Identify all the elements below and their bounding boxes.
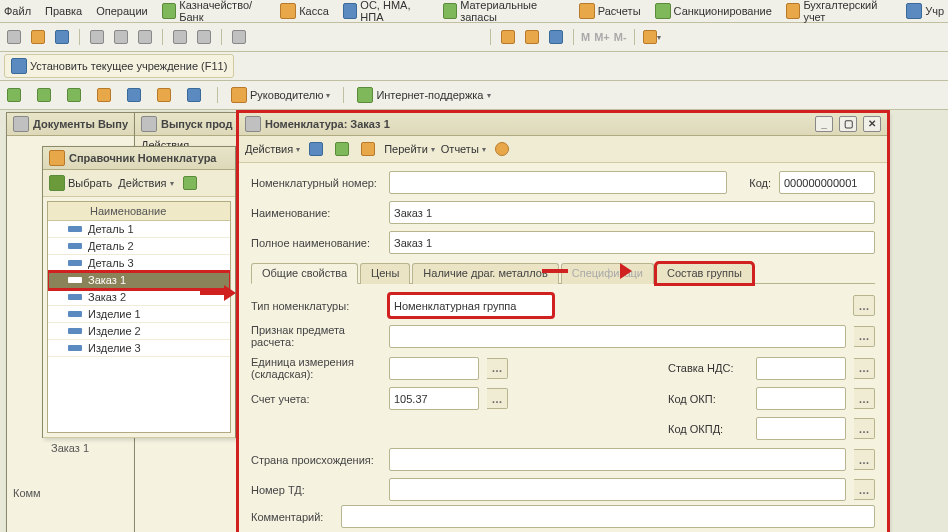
td-picker-button[interactable]: … [854, 479, 875, 500]
ref-list-header: Наименование [48, 202, 230, 221]
unit-picker-button[interactable]: … [487, 358, 508, 379]
item-bullet-icon [68, 243, 82, 249]
menu-file[interactable]: Файл [4, 5, 31, 17]
tb-tools-icon[interactable]: ▾ [642, 27, 662, 47]
list-item[interactable]: Изделие 2 [48, 323, 230, 340]
input-unit[interactable] [389, 357, 479, 380]
okp-picker-button[interactable]: … [854, 388, 875, 409]
list-item-label: Деталь 1 [88, 223, 134, 235]
window-ref: Справочник Номенклатура Выбрать Действия… [42, 146, 236, 438]
tl-2[interactable] [34, 85, 54, 105]
input-code[interactable]: 000000000001 [779, 171, 875, 194]
toolbar-inst: Установить текущее учреждение (F11) [0, 52, 948, 81]
close-button[interactable]: ✕ [863, 116, 881, 132]
nom-save-icon[interactable] [306, 139, 326, 159]
list-item[interactable]: Заказ 2 [48, 289, 230, 306]
tb-copy-icon[interactable] [111, 27, 131, 47]
input-country[interactable] [389, 448, 846, 471]
list-item-label: Изделие 3 [88, 342, 141, 354]
tl-3[interactable] [64, 85, 84, 105]
tl-7[interactable] [184, 85, 204, 105]
tb-help-icon[interactable] [546, 27, 566, 47]
ref-select[interactable]: Выбрать [49, 175, 112, 191]
window-nom-title: Номенклатура: Заказ 1 [265, 118, 390, 130]
menu-os[interactable]: ОС, НМА, НПА [343, 0, 429, 23]
input-okpd[interactable] [756, 417, 846, 440]
nom-help-icon[interactable] [492, 139, 512, 159]
item-bullet-icon [68, 260, 82, 266]
ref-actions[interactable]: Действия▾ [118, 177, 173, 189]
tab-3[interactable]: Спецификаци [561, 263, 654, 284]
input-type[interactable]: Номенклатурная группа [389, 294, 553, 317]
menu-ops[interactable]: Операции [96, 5, 147, 17]
check-icon [49, 175, 65, 191]
left-cut-label: Комм [13, 487, 41, 499]
nom-reports[interactable]: Отчеты▾ [441, 143, 486, 155]
nom-actions[interactable]: Действия▾ [245, 143, 300, 155]
country-picker-button[interactable]: … [854, 449, 875, 470]
tb-redo-icon[interactable] [194, 27, 214, 47]
calcsign-picker-button[interactable]: … [854, 326, 875, 347]
input-name[interactable]: Заказ 1 [389, 201, 875, 224]
tb-find-icon[interactable] [229, 27, 249, 47]
toolbar-links: Руководителю▾ Интернет-поддержка▾ [0, 81, 948, 110]
tab-4[interactable]: Состав группы [656, 263, 753, 284]
input-comment[interactable] [341, 505, 875, 528]
tb-undo-icon[interactable] [170, 27, 190, 47]
tab-0[interactable]: Общие свойства [251, 263, 358, 284]
tab-2[interactable]: Наличие драг. металлов [412, 263, 558, 284]
list-item[interactable]: Заказ 1 [48, 272, 230, 289]
input-td[interactable] [389, 478, 846, 501]
input-vat[interactable] [756, 357, 846, 380]
menu-cash[interactable]: Касса [280, 3, 329, 19]
tl-6[interactable] [154, 85, 174, 105]
acct-picker-button[interactable]: … [487, 388, 508, 409]
menu-edit[interactable]: Правка [45, 5, 82, 17]
list-item[interactable]: Деталь 3 [48, 255, 230, 272]
menu-sanction[interactable]: Санкционирование [655, 3, 772, 19]
tab-1[interactable]: Цены [360, 263, 410, 284]
tb-new-icon[interactable] [4, 27, 24, 47]
input-calcsign[interactable] [389, 325, 846, 348]
lead-dropdown[interactable]: Руководителю▾ [231, 87, 330, 103]
menu-acct[interactable]: Бухгалтерский учет [786, 0, 892, 23]
item-bullet-icon [68, 328, 82, 334]
nom-nav-icon[interactable] [358, 139, 378, 159]
tb-paste-icon[interactable] [135, 27, 155, 47]
tb-calc-icon[interactable] [498, 27, 518, 47]
list-item[interactable]: Изделие 1 [48, 306, 230, 323]
tb-date-icon[interactable] [522, 27, 542, 47]
vat-picker-button[interactable]: … [854, 358, 875, 379]
tb-open-icon[interactable] [28, 27, 48, 47]
nom-form: Номенклатурный номер: Код: 000000000001 … [239, 163, 887, 516]
set-institution-button[interactable]: Установить текущее учреждение (F11) [4, 54, 234, 78]
tb-cut-icon[interactable] [87, 27, 107, 47]
list-item[interactable]: Деталь 2 [48, 238, 230, 255]
nom-reread-icon[interactable] [332, 139, 352, 159]
list-item-label: Изделие 1 [88, 308, 141, 320]
input-num[interactable] [389, 171, 727, 194]
support-dropdown[interactable]: Интернет-поддержка▾ [357, 87, 490, 103]
tl-1[interactable] [4, 85, 24, 105]
minimize-button[interactable]: _ [815, 116, 833, 132]
list-item[interactable]: Деталь 1 [48, 221, 230, 238]
menu-stock[interactable]: Материальные запасы [443, 0, 565, 23]
tb-save-icon[interactable] [52, 27, 72, 47]
input-acct[interactable]: 105.37 [389, 387, 479, 410]
input-fullname[interactable]: Заказ 1 [389, 231, 875, 254]
maximize-button[interactable]: ▢ [839, 116, 857, 132]
okpd-picker-button[interactable]: … [854, 418, 875, 439]
ref-add-icon[interactable] [180, 173, 200, 193]
nom-go[interactable]: Перейти▾ [384, 143, 435, 155]
input-okp[interactable] [756, 387, 846, 410]
menu-calc[interactable]: Расчеты [579, 3, 641, 19]
tl-4[interactable] [94, 85, 114, 105]
tb-m[interactable]: M [581, 31, 590, 43]
menu-treasury[interactable]: Казначейство/Банк [162, 0, 266, 23]
tl-5[interactable] [124, 85, 144, 105]
tb-mplus[interactable]: M+ [594, 31, 610, 43]
menu-uch[interactable]: Учр [906, 3, 944, 19]
list-item[interactable]: Изделие 3 [48, 340, 230, 357]
tb-mminus[interactable]: M- [614, 31, 627, 43]
type-picker-button[interactable]: … [853, 295, 875, 316]
